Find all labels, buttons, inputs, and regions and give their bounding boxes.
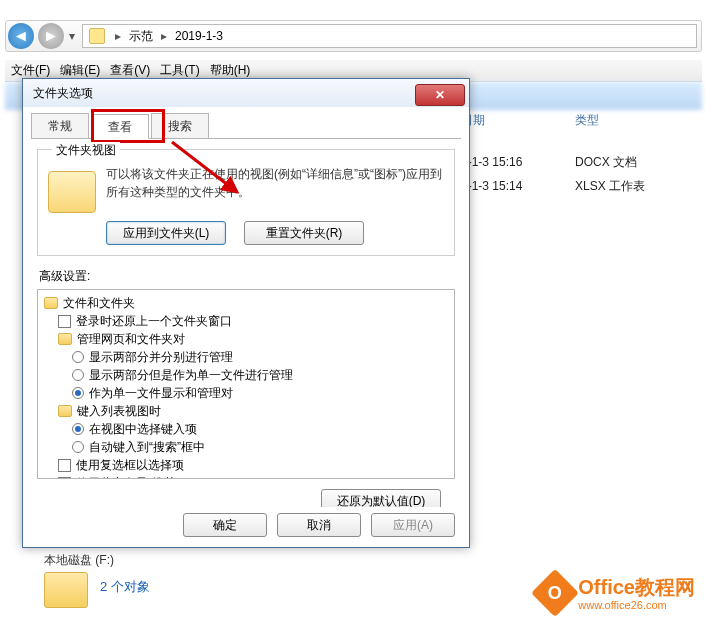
cancel-button[interactable]: 取消 [277,513,361,537]
advanced-settings-label: 高级设置: [39,268,455,285]
cell-date: 0-1-3 15:16 [461,155,561,169]
reset-folders-button[interactable]: 重置文件夹(R) [244,221,364,245]
checkbox-icon[interactable] [58,477,71,480]
tree-label: 文件和文件夹 [63,295,135,312]
tree-group-files-folders: 文件和文件夹 [44,294,448,312]
file-list-rows: 0-1-3 15:16 DOCX 文档 0-1-3 15:14 XLSX 工作表 [461,150,701,198]
radio-icon[interactable] [72,369,84,381]
tree-item-show-both-single[interactable]: 显示两部分但是作为单一文件进行管理 [72,366,448,384]
nav-history-dropdown[interactable]: ▾ [66,29,78,43]
tree-label: 使用复选框以选择项 [76,457,184,474]
tab-general[interactable]: 常规 [31,113,89,138]
tree-label: 显示两部分但是作为单一文件进行管理 [89,367,293,384]
apply-to-folders-button[interactable]: 应用到文件夹(L) [106,221,226,245]
tree-group-typing-list: 键入列表视图时 [58,402,448,420]
nav-forward-button[interactable]: ► [38,23,64,49]
group-title: 文件夹视图 [52,142,120,159]
menu-edit[interactable]: 编辑(E) [60,62,100,79]
advanced-settings-tree[interactable]: 文件和文件夹 登录时还原上一个文件夹窗口 管理网页和文件夹对 显示两部分并分别进… [37,289,455,479]
folder-icon [58,405,72,417]
apply-button[interactable]: 应用(A) [371,513,455,537]
dialog-titlebar[interactable]: 文件夹选项 ✕ [23,79,469,107]
radio-icon[interactable] [72,351,84,363]
folder-icon [89,28,105,44]
menu-tools[interactable]: 工具(T) [160,62,199,79]
table-row[interactable]: 0-1-3 15:14 XLSX 工作表 [461,174,701,198]
watermark-brand2: 教程网 [635,576,695,598]
tab-strip: 常规 查看 搜索 [31,113,461,139]
tree-item-sharing-wizard[interactable]: 使用共享向导(推荐) [58,474,448,479]
tree-item-type-to-search[interactable]: 自动键入到“搜索”框中 [72,438,448,456]
nav-back-button[interactable]: ◄ [8,23,34,49]
tree-label: 使用共享向导(推荐) [76,475,180,480]
watermark: O Office教程网 www.office26.com [538,574,695,611]
explorer-nav-bar: ◄ ► ▾ ▸ 示范 ▸ 2019-1-3 [5,20,702,52]
column-type[interactable]: 类型 [575,112,695,129]
watermark-url: www.office26.com [578,599,695,611]
radio-icon[interactable] [72,441,84,453]
cell-type: XLSX 工作表 [575,178,695,195]
tree-item-show-both-manage-sep[interactable]: 显示两部分并分别进行管理 [72,348,448,366]
radio-icon[interactable] [72,387,84,399]
breadcrumb-seg-1[interactable]: 示范 [125,28,157,45]
breadcrumb-sep-icon: ▸ [115,29,121,43]
tree-label: 作为单一文件显示和管理对 [89,385,233,402]
menu-view[interactable]: 查看(V) [110,62,150,79]
tab-search[interactable]: 搜索 [151,113,209,138]
breadcrumb-seg-2[interactable]: 2019-1-3 [171,29,227,43]
radio-icon[interactable] [72,423,84,435]
ok-button[interactable]: 确定 [183,513,267,537]
tree-label: 登录时还原上一个文件夹窗口 [76,313,232,330]
group-description: 可以将该文件夹正在使用的视图(例如“详细信息”或“图标”)应用到所有这种类型的文… [106,165,444,213]
folder-preview-icon [48,171,96,213]
breadcrumb-sep-icon: ▸ [161,29,167,43]
tree-label: 自动键入到“搜索”框中 [89,439,205,456]
tree-item-select-typed[interactable]: 在视图中选择键入项 [72,420,448,438]
tree-group-manage-pairs: 管理网页和文件夹对 [58,330,448,348]
tree-label: 显示两部分并分别进行管理 [89,349,233,366]
table-row[interactable]: 0-1-3 15:16 DOCX 文档 [461,150,701,174]
column-date[interactable]: 日期 [461,112,561,129]
dialog-title: 文件夹选项 [33,85,415,102]
watermark-logo-icon: O [531,568,579,616]
cell-type: DOCX 文档 [575,154,695,171]
menu-help[interactable]: 帮助(H) [210,62,251,79]
folder-icon [44,297,58,309]
cell-date: 0-1-3 15:14 [461,179,561,193]
checkbox-icon[interactable] [58,315,71,328]
folder-options-dialog: 文件夹选项 ✕ 常规 查看 搜索 文件夹视图 可以将该文件夹正在使用的视图(例如… [22,78,470,548]
checkbox-icon[interactable] [58,459,71,472]
folder-icon [58,333,72,345]
status-summary: 2 个对象 [100,578,150,596]
tree-label: 在视图中选择键入项 [89,421,197,438]
menu-file[interactable]: 文件(F) [11,62,50,79]
watermark-brand1: Office [578,576,635,598]
close-button[interactable]: ✕ [415,84,465,106]
file-list-header: 日期 类型 [461,112,701,129]
tree-item-restore-windows[interactable]: 登录时还原上一个文件夹窗口 [58,312,448,330]
dialog-body: 文件夹视图 可以将该文件夹正在使用的视图(例如“详细信息”或“图标”)应用到所有… [23,139,469,507]
tree-label: 管理网页和文件夹对 [77,331,185,348]
folder-large-icon [44,572,88,608]
sidebar-item-local-disk[interactable]: 本地磁盘 (F:) [44,552,114,569]
tree-item-single-file-manage[interactable]: 作为单一文件显示和管理对 [72,384,448,402]
tree-item-checkbox-select[interactable]: 使用复选框以选择项 [58,456,448,474]
address-bar[interactable]: ▸ 示范 ▸ 2019-1-3 [82,24,697,48]
dialog-buttons: 确定 取消 应用(A) [183,513,455,537]
folder-view-group: 文件夹视图 可以将该文件夹正在使用的视图(例如“详细信息”或“图标”)应用到所有… [37,149,455,256]
tab-view[interactable]: 查看 [91,114,149,139]
tree-label: 键入列表视图时 [77,403,161,420]
restore-defaults-button[interactable]: 还原为默认值(D) [321,489,441,507]
